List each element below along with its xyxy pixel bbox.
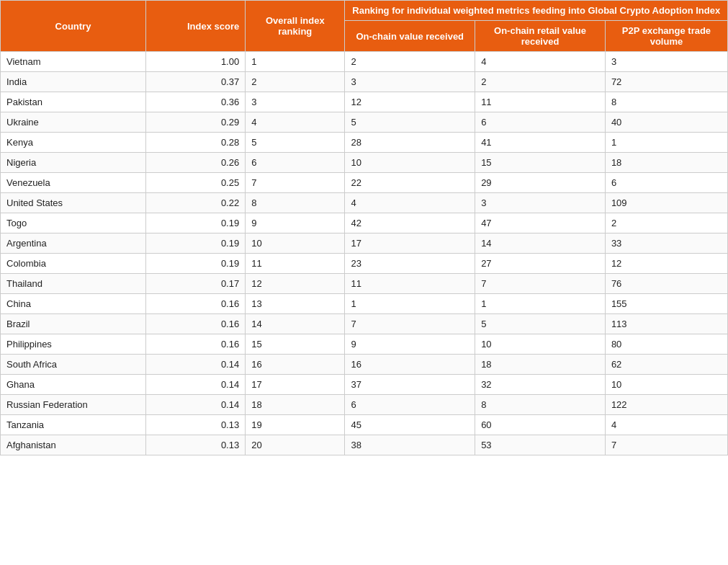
cell-p2p: 62 [605, 355, 727, 375]
cell-ranking: 2 [246, 72, 345, 92]
cell-score: 0.19 [146, 213, 246, 233]
cell-onchain-retail: 8 [475, 395, 606, 415]
cell-onchain-value: 38 [345, 435, 475, 455]
cell-country: Ghana [1, 375, 146, 395]
cell-onchain-value: 11 [345, 274, 475, 294]
table-row: Argentina0.1910171433 [1, 233, 728, 254]
col-header-score: Index score [146, 1, 246, 52]
crypto-adoption-table: Country Index score Overall index rankin… [0, 0, 728, 455]
cell-ranking: 18 [246, 395, 345, 415]
cell-onchain-retail: 6 [475, 112, 606, 133]
cell-score: 0.14 [146, 375, 246, 395]
table-row: India0.3723272 [1, 72, 728, 92]
cell-onchain-value: 17 [345, 233, 475, 254]
cell-ranking: 3 [246, 92, 345, 112]
table-row: China0.161311155 [1, 294, 728, 314]
cell-score: 0.13 [146, 435, 246, 455]
cell-p2p: 80 [605, 334, 727, 355]
cell-ranking: 16 [246, 355, 345, 375]
cell-onchain-value: 4 [345, 193, 475, 213]
table-row: Kenya0.28528411 [1, 133, 728, 153]
cell-onchain-value: 42 [345, 213, 475, 233]
col-header-spanning: Ranking for individual weighted metrics … [345, 1, 728, 21]
cell-onchain-value: 16 [345, 355, 475, 375]
cell-onchain-value: 1 [345, 294, 475, 314]
cell-ranking: 17 [246, 375, 345, 395]
cell-ranking: 14 [246, 314, 345, 334]
cell-country: China [1, 294, 146, 314]
cell-score: 0.19 [146, 233, 246, 254]
cell-onchain-value: 23 [345, 254, 475, 274]
cell-onchain-value: 7 [345, 314, 475, 334]
cell-p2p: 18 [605, 153, 727, 173]
cell-score: 0.16 [146, 314, 246, 334]
cell-ranking: 4 [246, 112, 345, 133]
table-row: Afghanistan0.132038537 [1, 435, 728, 455]
cell-country: Kenya [1, 133, 146, 153]
table-wrapper: Country Index score Overall index rankin… [0, 0, 728, 455]
cell-country: Ukraine [1, 112, 146, 133]
table-row: Ukraine0.2945640 [1, 112, 728, 133]
cell-score: 0.36 [146, 92, 246, 112]
table-row: United States0.22843109 [1, 193, 728, 213]
table-row: Togo0.19942472 [1, 213, 728, 233]
table-row: Nigeria0.266101518 [1, 153, 728, 173]
table-row: Thailand0.171211776 [1, 274, 728, 294]
cell-p2p: 109 [605, 193, 727, 213]
cell-score: 0.28 [146, 133, 246, 153]
cell-score: 0.26 [146, 153, 246, 173]
cell-p2p: 10 [605, 375, 727, 395]
cell-p2p: 4 [605, 415, 727, 435]
cell-country: Colombia [1, 254, 146, 274]
cell-country: Afghanistan [1, 435, 146, 455]
cell-onchain-value: 6 [345, 395, 475, 415]
col-header-ranking: Overall index ranking [246, 1, 345, 52]
cell-country: Tanzania [1, 415, 146, 435]
table-row: Ghana0.1417373210 [1, 375, 728, 395]
cell-country: Thailand [1, 274, 146, 294]
cell-onchain-retail: 7 [475, 274, 606, 294]
cell-p2p: 33 [605, 233, 727, 254]
cell-p2p: 6 [605, 173, 727, 193]
cell-ranking: 8 [246, 193, 345, 213]
cell-country: Russian Federation [1, 395, 146, 415]
cell-score: 0.17 [146, 274, 246, 294]
cell-onchain-value: 10 [345, 153, 475, 173]
cell-score: 0.19 [146, 254, 246, 274]
cell-ranking: 6 [246, 153, 345, 173]
cell-onchain-value: 45 [345, 415, 475, 435]
header-top-row: Country Index score Overall index rankin… [1, 1, 728, 21]
col-header-onchain-retail: On-chain retail value received [475, 21, 606, 52]
cell-onchain-retail: 41 [475, 133, 606, 153]
cell-p2p: 72 [605, 72, 727, 92]
cell-country: Togo [1, 213, 146, 233]
cell-country: United States [1, 193, 146, 213]
table-row: South Africa0.1416161862 [1, 355, 728, 375]
cell-country: Vietnam [1, 52, 146, 72]
cell-onchain-retail: 14 [475, 233, 606, 254]
cell-country: Philippines [1, 334, 146, 355]
cell-score: 0.13 [146, 415, 246, 435]
cell-onchain-value: 2 [345, 52, 475, 72]
cell-p2p: 40 [605, 112, 727, 133]
table-row: Vietnam1.001243 [1, 52, 728, 72]
table-row: Tanzania0.131945604 [1, 415, 728, 435]
cell-ranking: 20 [246, 435, 345, 455]
cell-onchain-retail: 47 [475, 213, 606, 233]
cell-onchain-value: 5 [345, 112, 475, 133]
cell-ranking: 15 [246, 334, 345, 355]
cell-ranking: 10 [246, 233, 345, 254]
cell-p2p: 8 [605, 92, 727, 112]
cell-p2p: 7 [605, 435, 727, 455]
cell-p2p: 122 [605, 395, 727, 415]
cell-country: South Africa [1, 355, 146, 375]
cell-onchain-retail: 1 [475, 294, 606, 314]
cell-country: Venezuela [1, 173, 146, 193]
cell-ranking: 7 [246, 173, 345, 193]
cell-onchain-retail: 18 [475, 355, 606, 375]
cell-score: 0.16 [146, 294, 246, 314]
cell-ranking: 11 [246, 254, 345, 274]
cell-onchain-retail: 60 [475, 415, 606, 435]
col-header-country: Country [1, 1, 146, 52]
cell-p2p: 12 [605, 254, 727, 274]
